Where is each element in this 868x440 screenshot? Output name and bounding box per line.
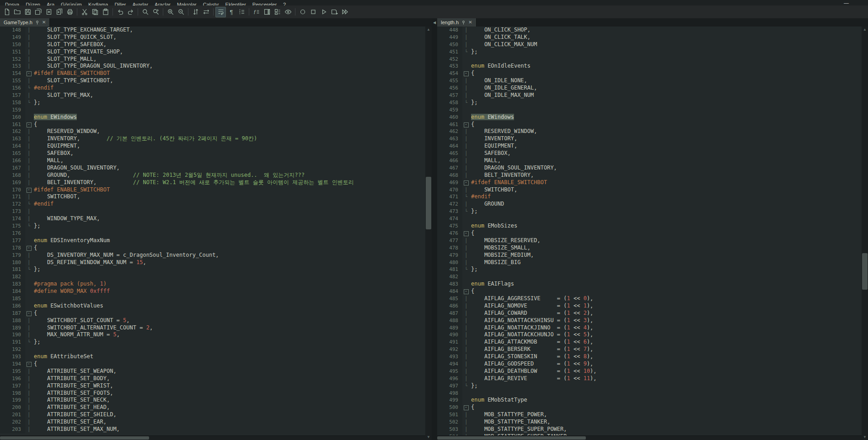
line-number[interactable]: 198 [0, 390, 25, 397]
close-tab-icon[interactable]: ✕ [42, 20, 46, 25]
line-number[interactable]: 196 [0, 375, 25, 382]
code-line[interactable]: 180│ DS_REFINE_WINDOW_MAX_NUM = 15, [0, 259, 425, 266]
code-line[interactable]: 470│ SWITCHBOT, [437, 186, 862, 194]
code-line[interactable]: 196│ ATTRIBUTE_SET_BODY, [0, 375, 425, 382]
line-number[interactable]: 448 [437, 27, 462, 34]
fold-collapse-icon[interactable]: - [464, 71, 469, 76]
line-number[interactable]: 172 [0, 201, 25, 208]
line-number[interactable]: 179 [0, 252, 25, 259]
save-macro-button[interactable] [329, 7, 339, 17]
code-line[interactable]: 498 [437, 390, 862, 397]
fold-margin[interactable]: - [462, 70, 470, 77]
code-line[interactable]: 492│ AIFLAG_BERSERK = (1 << 7), [437, 346, 862, 353]
code-line[interactable]: 472│ GROUND [437, 201, 862, 208]
code-line[interactable]: 154-#ifdef ENABLE_SWITCHBOT [0, 70, 425, 77]
line-number[interactable]: 465 [437, 150, 462, 157]
line-number[interactable]: 180 [0, 259, 25, 266]
fold-margin[interactable]: - [25, 310, 32, 317]
code-line[interactable]: 449│ ON_CLICK_TALK, [437, 34, 862, 41]
close-tab-icon[interactable]: ✕ [468, 20, 472, 25]
code-line[interactable]: 496│ AIFLAG_REVIVE = (1 << 11), [437, 375, 862, 382]
code-line[interactable]: 191└}; [0, 339, 425, 346]
scrollbar-thumb[interactable] [862, 253, 868, 289]
line-number[interactable]: 190 [0, 331, 25, 339]
code-editor-right[interactable]: 448│ ON_CLICK_SHOP,449│ ON_CLICK_TALK,45… [437, 27, 862, 440]
fold-margin[interactable]: - [462, 288, 470, 295]
code-line[interactable]: 175└}; [0, 223, 425, 230]
code-line[interactable]: 503│ MOB_STATTYPE_SUPER_POWER, [437, 426, 862, 433]
line-number[interactable]: 184 [0, 288, 25, 295]
fold-margin[interactable]: - [462, 230, 470, 237]
line-number[interactable]: 154 [0, 70, 25, 77]
code-line[interactable]: 484-{ [437, 288, 862, 295]
code-line[interactable]: 463│ INVENTORY, [437, 135, 862, 143]
indent-guide-button[interactable] [236, 7, 247, 17]
fold-collapse-icon[interactable]: - [464, 289, 469, 294]
code-line[interactable]: 179│ DS_INVENTORY_MAX_NUM = c_DragonSoul… [0, 252, 425, 259]
line-number[interactable]: 183 [0, 281, 25, 288]
line-number[interactable]: 176 [0, 230, 25, 237]
line-number[interactable]: 155 [0, 77, 25, 85]
line-number[interactable]: 169 [0, 179, 25, 186]
menu-item-window[interactable]: Pencereler [249, 1, 280, 5]
pane-splitter[interactable]: ◀ [432, 18, 437, 440]
scrollbar-thumb[interactable] [437, 436, 586, 440]
line-number[interactable]: 490 [437, 331, 462, 339]
replace-button[interactable] [150, 7, 161, 17]
code-line[interactable]: 453enum EOnIdleEvents [437, 63, 862, 70]
code-line[interactable]: 200│ ATTRIBUTE_SET_HEAD, [0, 404, 425, 411]
code-line[interactable]: 499enum EMobStatType [437, 397, 862, 404]
line-number[interactable]: 501 [437, 411, 462, 419]
code-line[interactable]: 477│ MOBSIZE_RESERVED, [437, 237, 862, 244]
menu-item-file[interactable]: Dosya [2, 1, 22, 5]
code-line[interactable]: 458└}; [437, 99, 862, 106]
line-number[interactable]: 460 [437, 114, 462, 121]
line-number[interactable]: 478 [437, 244, 462, 252]
line-number[interactable]: 195 [0, 368, 25, 375]
code-line[interactable]: 471└#endif [437, 193, 862, 201]
pin-icon[interactable] [461, 20, 466, 25]
line-number[interactable]: 182 [0, 273, 25, 281]
code-line[interactable]: 199│ ATTRIBUTE_SET_NECK, [0, 397, 425, 404]
code-line[interactable]: 455│ ON_IDLE_NONE, [437, 77, 862, 85]
line-number[interactable]: 168 [0, 172, 25, 179]
line-number[interactable]: 479 [437, 252, 462, 259]
line-number[interactable]: 451 [437, 48, 462, 56]
line-number[interactable]: 174 [0, 215, 25, 223]
line-number[interactable]: 462 [437, 128, 462, 135]
line-number[interactable]: 452 [437, 56, 462, 63]
line-number[interactable]: 489 [437, 324, 462, 332]
code-line[interactable]: 160enum EWindows [0, 114, 425, 121]
line-number[interactable]: 496 [437, 375, 462, 382]
fold-margin[interactable]: - [462, 179, 470, 186]
line-number[interactable]: 191 [0, 339, 25, 346]
line-number[interactable]: 459 [437, 106, 462, 114]
code-line[interactable]: 482 [437, 273, 862, 281]
code-line[interactable]: 481└}; [437, 266, 862, 273]
undo-button[interactable] [115, 7, 125, 17]
code-line[interactable]: 181└}; [0, 266, 425, 273]
line-number[interactable]: 469 [437, 179, 462, 186]
line-number[interactable]: 449 [437, 34, 462, 41]
code-line[interactable]: 479│ MOBSIZE_MEDIUM, [437, 252, 862, 259]
code-line[interactable]: 195│ ATTRIBUTE_SET_WEAPON, [0, 368, 425, 375]
code-line[interactable]: 165│ SAFEBOX, [0, 150, 425, 157]
menu-item-settings[interactable]: Ayarlar [129, 1, 151, 5]
fold-collapse-icon[interactable]: - [27, 71, 32, 76]
code-line[interactable]: 168│ GROUND, // NOTE: 2013년 2월5일 현재까지 un… [0, 172, 425, 179]
code-line[interactable]: 171│ SWITCHBOT, [0, 193, 425, 201]
redo-button[interactable] [125, 7, 136, 17]
fold-margin[interactable]: - [25, 244, 32, 252]
code-line[interactable]: 495│ AIFLAG_DEATHBLOW = (1 << 10), [437, 368, 862, 375]
line-number[interactable]: 495 [437, 368, 462, 375]
line-number[interactable]: 165 [0, 150, 25, 157]
word-wrap-button[interactable] [215, 7, 226, 17]
line-number[interactable]: 199 [0, 397, 25, 404]
line-number[interactable]: 457 [437, 92, 462, 99]
line-number[interactable]: 151 [0, 48, 25, 56]
line-number[interactable]: 491 [437, 339, 462, 346]
code-line[interactable]: 485│ AIFLAG_AGGRESSIVE = (1 << 0), [437, 295, 862, 302]
line-number[interactable]: 455 [437, 77, 462, 85]
document-map-button[interactable] [262, 7, 272, 17]
code-line[interactable]: 161-{ [0, 121, 425, 128]
